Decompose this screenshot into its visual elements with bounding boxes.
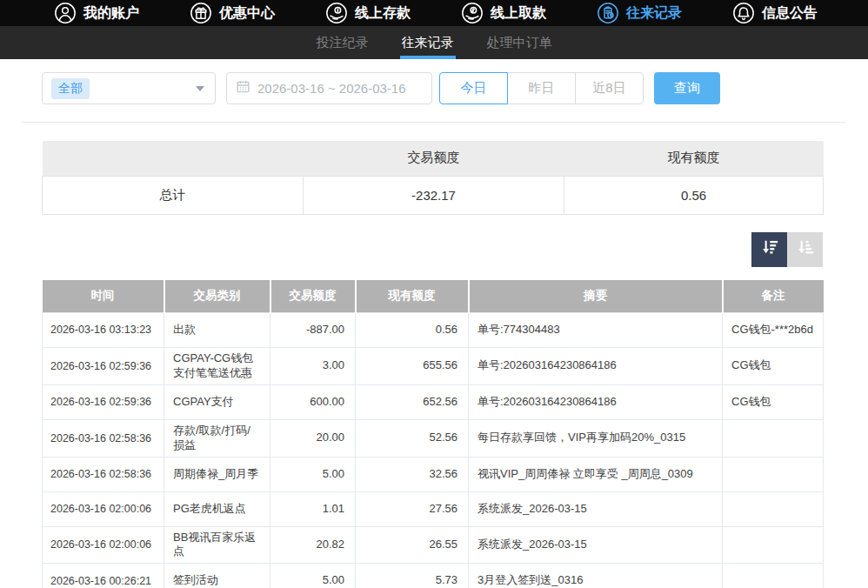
summary-header-row: 交易额度 现有额度 [43,141,824,176]
table-row: 2026-03-16 02:59:36 CGPAY支付 600.00 652.5… [43,384,824,419]
deposit-icon [325,2,348,24]
cell-time: 2026-03-16 02:59:36 [43,348,164,385]
cell-summary: 每日存款享回馈，VIP再享加码20%_0315 [469,419,723,457]
cell-type: 周期俸禄_周月季 [164,457,270,491]
nav-item-promotions[interactable]: 优惠中心 [190,2,275,24]
cell-summary: 单号:202603164230864186 [469,348,723,385]
col-header-summary: 摘要 [469,280,723,313]
cell-type: CGPAY支付 [164,384,270,419]
cell-summary: 系统派发_2026-03-15 [469,526,723,564]
cell-amount: -887.00 [270,313,356,348]
cell-type: 出款 [164,313,270,348]
table-row: 2026-03-16 02:59:36 CGPAY-CG钱包支付笔笔送优惠 3.… [43,348,824,385]
summary-header-balance: 现有额度 [564,141,824,176]
nav-item-deposit[interactable]: 线上存款 [325,2,411,24]
col-header-time: 时间 [43,280,164,313]
col-header-type: 交易类别 [164,280,270,313]
calendar-icon [236,79,250,97]
yesterday-button[interactable]: 昨日 [507,72,576,104]
sort-asc-icon [796,238,815,260]
cell-remark [723,526,824,564]
sort-ascending-button[interactable] [787,232,823,267]
cell-time: 2026-03-16 00:26:21 [43,564,164,588]
cell-remark: CG钱包 [723,384,824,419]
cell-amount: 600.00 [270,384,356,419]
chevron-down-icon [196,86,204,91]
table-row: 2026-03-16 02:00:06 BB视讯百家乐返点 20.82 26.5… [43,526,824,564]
sort-descending-button[interactable] [751,232,787,267]
transactions-table: 时间 交易类别 交易额度 现有额度 摘要 备注 2026-03-16 03:13… [42,280,824,588]
cell-amount: 20.00 [270,419,356,457]
cell-type: CGPAY-CG钱包支付笔笔送优惠 [164,348,270,385]
cell-type: 签到活动 [164,564,270,588]
cell-balance: 0.56 [356,313,469,348]
announcement-icon [732,2,755,24]
cell-balance: 655.56 [356,348,469,385]
col-header-amount: 交易额度 [270,280,356,313]
cell-amount: 1.01 [270,491,356,526]
cell-amount: 5.00 [270,564,356,588]
cell-remark [723,491,824,526]
nav-label: 信息公告 [762,4,818,23]
today-button[interactable]: 今日 [439,72,508,104]
nav-item-announcements[interactable]: 信息公告 [732,2,818,24]
cell-time: 2026-03-16 02:58:36 [43,457,164,491]
cell-type: PG老虎机返点 [164,491,270,526]
nav-label: 优惠中心 [219,4,275,23]
date-range-value: 2026-03-16 ~ 2026-03-16 [257,81,406,96]
summary-total-label: 总计 [43,176,304,214]
nav-label: 线上取款 [491,4,546,23]
sort-desc-icon [760,238,779,260]
gift-icon [190,2,212,24]
table-row: 2026-03-16 02:58:36 周期俸禄_周月季 5.00 32.56 … [43,457,824,491]
cell-balance: 52.56 [356,419,469,457]
nav-label: 线上存款 [355,4,411,23]
nav-item-transaction-records[interactable]: 往来记录 [597,2,682,24]
cell-remark [723,419,824,457]
cell-remark: CG钱包-***2b6d [723,313,824,348]
selected-type-chip: 全部 [51,78,90,99]
last-8-days-button[interactable]: 近8日 [575,72,644,104]
transactions-body: 2026-03-16 03:13:23 出款 -887.00 0.56 单号:7… [43,313,824,588]
nav-item-withdraw[interactable]: 线上取款 [461,2,546,24]
cell-amount: 3.00 [270,348,356,385]
cell-time: 2026-03-16 02:00:06 [43,526,164,564]
tab-betting-records[interactable]: 投注纪录 [315,26,371,59]
withdraw-icon [461,2,484,24]
cell-amount: 20.82 [270,526,356,564]
summary-header-transaction: 交易额度 [304,141,564,176]
cell-balance: 5.73 [356,564,469,588]
cell-time: 2026-03-16 02:59:36 [43,384,164,419]
table-row: 2026-03-16 02:58:36 存款/取款/打码/损益 20.00 52… [43,419,824,457]
cell-balance: 652.56 [356,384,469,419]
top-navigation: 我的账户 优惠中心 线上存款 线上取款 往来记录 信息公告 [0,0,868,26]
search-button[interactable]: 查询 [654,72,720,104]
records-icon [597,2,619,24]
cell-amount: 5.00 [270,457,356,491]
tab-transaction-records[interactable]: 往来记录 [400,26,456,59]
nav-label: 往来记录 [626,4,682,23]
filter-bar: 全部 2026-03-16 ~ 2026-03-16 今日 昨日 近8日 查询 [42,72,868,104]
summary-balance-total: 0.56 [564,176,824,214]
cell-remark [723,457,824,491]
summary-transaction-total: -232.17 [304,176,564,214]
cell-summary: 系统派发_2026-03-15 [469,491,723,526]
cell-summary: 单号:202603164230864186 [469,384,723,419]
cell-balance: 26.55 [356,526,469,564]
summary-header-empty [43,141,304,176]
cell-summary: 3月登入签到送_0316 [469,564,723,588]
summary-total-row: 总计 -232.17 0.56 [43,176,824,214]
cell-type: 存款/取款/打码/损益 [164,419,270,457]
quick-range-group: 今日 昨日 近8日 [439,72,644,104]
table-row: 2026-03-16 00:26:21 签到活动 5.00 5.73 3月登入签… [43,564,824,588]
date-range-input[interactable]: 2026-03-16 ~ 2026-03-16 [226,72,432,104]
record-tabs: 投注纪录 往来记录 处理中订单 [0,26,868,59]
nav-item-my-account[interactable]: 我的账户 [54,2,139,24]
cell-balance: 27.56 [356,491,469,526]
cell-summary: 视讯VIP_周周俸禄 立即享受 _周周息_0309 [469,457,723,491]
cell-remark: CG钱包 [723,348,824,385]
cell-type: BB视讯百家乐返点 [164,526,270,564]
sort-controls [42,232,823,267]
tab-pending-orders[interactable]: 处理中订单 [485,26,554,59]
transaction-type-select[interactable]: 全部 [42,72,216,104]
